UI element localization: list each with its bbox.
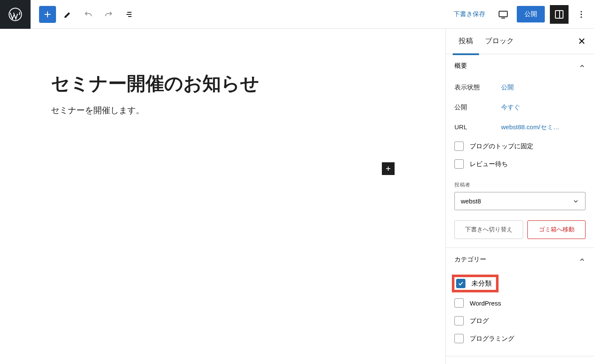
category-label: 未分類 — [471, 279, 492, 288]
tab-post[interactable]: 投稿 — [453, 29, 479, 55]
chevron-up-icon — [579, 256, 586, 263]
save-draft-button[interactable]: 下書き保存 — [449, 8, 490, 21]
tab-block[interactable]: ブロック — [479, 29, 520, 55]
post-body[interactable]: セミナーを開催します。 — [51, 105, 395, 116]
svg-rect-6 — [499, 11, 507, 17]
categories-panel-header[interactable]: カテゴリー — [446, 248, 594, 271]
author-select[interactable]: webst8 — [454, 192, 586, 210]
visibility-value[interactable]: 公開 — [501, 83, 514, 92]
category-label: WordPress — [470, 300, 501, 307]
chevron-up-icon — [579, 63, 586, 69]
close-icon[interactable]: ✕ — [576, 34, 587, 49]
category-highlight: 未分類 — [452, 275, 499, 292]
author-field-label: 投稿者 — [454, 181, 586, 189]
sticky-checkbox[interactable] — [454, 142, 464, 151]
category-checkbox-programming[interactable] — [454, 334, 464, 343]
svg-point-10 — [580, 11, 582, 12]
url-label: URL — [454, 123, 501, 131]
category-label: プログラミング — [470, 335, 514, 343]
summary-panel-header[interactable]: 概要 — [446, 54, 594, 78]
editor-canvas[interactable]: セミナー開催のお知らせ セミナーを開催します。 — [0, 29, 446, 364]
pending-review-checkbox[interactable] — [454, 159, 464, 169]
category-checkbox-uncategorized[interactable] — [456, 279, 465, 288]
pending-review-label: レビュー待ち — [470, 160, 508, 168]
publish-date-label: 公開 — [454, 103, 501, 111]
settings-panel-toggle[interactable] — [550, 5, 569, 24]
author-value: webst8 — [461, 197, 481, 205]
document-outline-icon[interactable] — [120, 6, 137, 23]
wordpress-logo[interactable] — [0, 0, 31, 29]
edit-icon[interactable] — [59, 6, 76, 23]
publish-date-value[interactable]: 今すぐ — [501, 103, 520, 111]
visibility-label: 表示状態 — [454, 83, 501, 92]
undo-icon[interactable] — [80, 6, 97, 23]
summary-label: 概要 — [454, 62, 467, 70]
svg-point-12 — [580, 16, 582, 17]
chevron-down-icon — [572, 198, 579, 205]
category-label: ブログ — [470, 317, 489, 325]
switch-to-draft-button[interactable]: 下書きへ切り替え — [454, 220, 523, 239]
more-options-icon[interactable] — [574, 7, 589, 22]
category-checkbox-wordpress[interactable] — [454, 298, 464, 308]
move-to-trash-button[interactable]: ゴミ箱へ移動 — [527, 220, 586, 239]
post-title[interactable]: セミナー開催のお知らせ — [51, 71, 395, 96]
sticky-label: ブログのトップに固定 — [470, 142, 533, 150]
settings-sidebar: 投稿 ブロック ✕ 概要 表示状態 公開 公開 今すぐ URL we — [446, 29, 594, 364]
category-checkbox-blog[interactable] — [454, 316, 464, 325]
svg-point-11 — [580, 14, 582, 15]
categories-label: カテゴリー — [454, 256, 486, 264]
redo-icon[interactable] — [100, 6, 117, 23]
preview-icon[interactable] — [495, 6, 512, 23]
add-block-button[interactable] — [39, 6, 56, 23]
publish-button[interactable]: 公開 — [517, 6, 545, 22]
add-block-inline-button[interactable] — [382, 162, 395, 175]
url-value[interactable]: webst88.com/セミ… — [501, 123, 560, 131]
